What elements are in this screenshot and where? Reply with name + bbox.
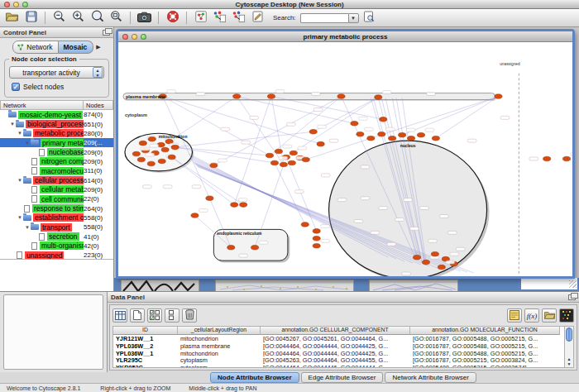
tree-column-nodes[interactable]: Nodes <box>84 100 113 110</box>
network-node[interactable] <box>270 160 278 165</box>
network-node[interactable] <box>431 251 438 256</box>
snapshot-button[interactable] <box>136 10 153 26</box>
network-node[interactable] <box>191 213 199 218</box>
network-node[interactable] <box>290 151 297 155</box>
network-node[interactable] <box>417 132 424 137</box>
column-header[interactable]: _cellularLayoutRegion <box>178 327 261 335</box>
column-header[interactable]: annotation.GO CELLULAR_COMPONENT <box>261 327 410 335</box>
background-window[interactable] <box>121 280 199 291</box>
network-node[interactable] <box>132 151 140 156</box>
network-node[interactable] <box>337 94 345 99</box>
tree-item-macromolecule[interactable]: macromolecule311(0) <box>0 166 113 175</box>
plasma-membrane-region[interactable] <box>123 93 495 100</box>
search-dropdown-arrow[interactable]: ▼ <box>348 13 359 23</box>
expand-arrow-icon[interactable]: ▼ <box>9 122 16 127</box>
network-node[interactable] <box>562 156 570 161</box>
help-button[interactable] <box>164 10 181 26</box>
tree-item-transport[interactable]: ▼transport558(0) <box>0 222 113 232</box>
network-node[interactable] <box>227 245 235 250</box>
attribute-matrix-button[interactable] <box>559 308 574 323</box>
tree-item-metabolic-process[interactable]: ▼metabolic process280(0) <box>0 129 113 138</box>
network-node[interactable] <box>158 159 165 164</box>
table-row[interactable]: YPL036W__1mitochondrion[GO:0044464, GO:0… <box>113 350 564 357</box>
network-node[interactable] <box>168 155 175 160</box>
network-node[interactable] <box>251 245 259 250</box>
attribute-table-button[interactable] <box>112 308 127 323</box>
table-scrollbar[interactable]: ▲▼ <box>565 326 574 368</box>
tab-network-attribute-browser[interactable]: Network Attribute Browser <box>385 372 476 383</box>
scrollbar-thumb[interactable] <box>566 327 572 342</box>
expand-arrow-icon[interactable]: ▼ <box>17 131 23 136</box>
network-node[interactable] <box>240 203 247 208</box>
float-panel-icon[interactable] <box>568 294 576 300</box>
network-node[interactable] <box>399 132 406 137</box>
node-color-dropdown[interactable]: transporter activity ▲▼ <box>9 66 104 79</box>
expand-arrow-icon[interactable]: ▼ <box>17 215 23 220</box>
network-node[interactable] <box>171 145 179 150</box>
network-node[interactable] <box>148 136 156 141</box>
network-node[interactable] <box>288 160 295 165</box>
nucleus-region[interactable] <box>329 141 487 276</box>
network-node[interactable] <box>206 196 213 201</box>
network-node[interactable] <box>302 157 309 162</box>
network-window-titlebar[interactable]: primary metabolic process <box>118 31 572 42</box>
network-node[interactable] <box>147 161 155 166</box>
network-node[interactable] <box>422 260 429 265</box>
network-node[interactable] <box>313 237 320 241</box>
tab-overflow-arrow[interactable]: ▶ <box>96 44 100 50</box>
network-node[interactable] <box>231 203 238 208</box>
paste-network-button[interactable] <box>230 10 247 26</box>
background-window[interactable] <box>369 280 458 291</box>
annotation-button[interactable] <box>249 10 266 26</box>
table-row[interactable]: YPL036W__2plasma membrane[GO:0044464, GO… <box>113 342 564 350</box>
network-node[interactable] <box>275 149 282 154</box>
network-node[interactable] <box>495 94 502 99</box>
tab-node-attribute-browser[interactable]: Node Attribute Browser <box>210 372 299 383</box>
network-node[interactable] <box>210 163 218 168</box>
import-attributes-button[interactable] <box>542 308 557 323</box>
tree-item-unassigned[interactable]: unassigned223(0) <box>0 251 113 260</box>
tree-column-network[interactable]: Network <box>0 100 84 110</box>
tree-item-cell-communicat[interactable]: cell communicat22(0) <box>0 194 113 203</box>
network-node[interactable] <box>139 141 146 146</box>
zoom-out-button[interactable] <box>50 10 68 26</box>
network-node[interactable] <box>161 147 169 152</box>
tab-mosaic[interactable]: Mosaic <box>59 41 93 54</box>
resize-grip-icon[interactable] <box>569 280 577 288</box>
network-node[interactable] <box>233 94 241 99</box>
attribute-list-button[interactable] <box>165 308 179 323</box>
float-panel-icon[interactable] <box>103 30 110 36</box>
network-node[interactable] <box>309 129 317 134</box>
network-node[interactable] <box>280 162 287 167</box>
expand-arrow-icon[interactable]: ▼ <box>24 225 31 230</box>
search-input[interactable] <box>300 13 348 23</box>
network-node[interactable] <box>413 255 420 260</box>
network-node[interactable] <box>367 136 375 141</box>
network-node[interactable] <box>438 265 445 270</box>
table-row[interactable]: YKR052Ccytoplasm[GO:0044464, GO:0044446,… <box>113 364 564 368</box>
copy-network-button[interactable] <box>211 10 228 26</box>
network-node[interactable] <box>301 222 309 227</box>
network-overview-button[interactable] <box>192 10 209 26</box>
note-button[interactable] <box>507 308 522 323</box>
background-window[interactable] <box>215 280 354 291</box>
tree-item-establishment-of-lo[interactable]: ▼establishment of lo558(0) <box>0 213 113 222</box>
network-node[interactable] <box>432 136 439 141</box>
network-node[interactable] <box>313 243 320 248</box>
delete-attribute-button[interactable] <box>182 308 197 323</box>
tree-item-nucleobase-[interactable]: nucleobase-209(0) <box>0 147 113 156</box>
network-node[interactable] <box>543 156 551 161</box>
enhanced-search-button[interactable] <box>361 10 378 26</box>
tree-item-primary-metabo[interactable]: ▼primary metabo209(... <box>0 138 113 147</box>
tree-item-multi-organism-pro[interactable]: multi-organism pro42(0) <box>0 241 113 251</box>
select-attributes-button[interactable] <box>147 308 162 323</box>
tab-network[interactable]: Network <box>12 41 59 54</box>
tree-item-secretion[interactable]: secretion41(0) <box>0 232 113 241</box>
network-node[interactable] <box>266 153 273 158</box>
tree-item-nitrogen-compo[interactable]: nitrogen compo209(0) <box>0 157 113 166</box>
open-session-button[interactable] <box>3 10 21 26</box>
tree-item-cellular-process[interactable]: ▼cellular process614(0) <box>0 175 113 184</box>
network-node[interactable] <box>356 131 364 136</box>
network-node[interactable] <box>351 122 358 127</box>
scrollbar-arrows-icon[interactable]: ▲▼ <box>565 357 573 366</box>
